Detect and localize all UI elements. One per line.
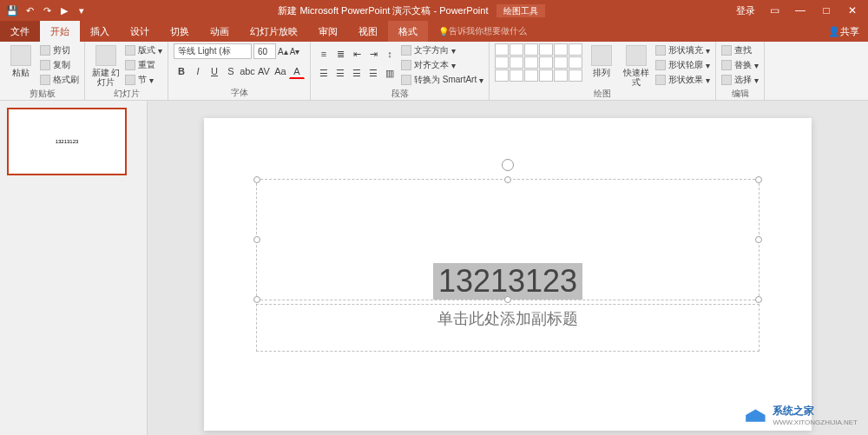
- ribbon-options-icon[interactable]: ▭: [762, 2, 786, 19]
- resize-handle[interactable]: [253, 296, 260, 303]
- workspace: 1 13213123 13213123 单击此处添加副标题: [0, 101, 868, 435]
- rotate-handle-icon[interactable]: [502, 159, 514, 171]
- cut-button[interactable]: 剪切: [40, 43, 79, 57]
- font-size-combo[interactable]: 60: [253, 43, 276, 59]
- decrease-indent-button[interactable]: ⇤: [349, 46, 365, 62]
- shape-effects-button[interactable]: 形状效果▾: [655, 73, 710, 87]
- tab-transitions[interactable]: 切换: [160, 21, 200, 42]
- close-icon[interactable]: ✕: [840, 2, 865, 19]
- tab-insert[interactable]: 插入: [80, 21, 120, 42]
- align-right-button[interactable]: ☰: [349, 65, 365, 81]
- reset-icon: [125, 60, 135, 70]
- align-left-button[interactable]: ☰: [316, 65, 332, 81]
- tab-slideshow[interactable]: 幻灯片放映: [240, 21, 308, 42]
- resize-handle[interactable]: [755, 236, 762, 243]
- shape-fill-icon: [655, 45, 666, 56]
- redo-icon[interactable]: ↷: [40, 3, 54, 17]
- align-center-button[interactable]: ☰: [332, 65, 348, 81]
- group-slides: 新建 幻灯片 版式▾ 重置 节▾ 幻灯片: [85, 42, 168, 100]
- increase-font-icon[interactable]: A▴: [278, 47, 288, 56]
- paste-button[interactable]: 粘贴: [5, 43, 36, 77]
- smartart-button[interactable]: 转换为 SmartArt▾: [401, 73, 483, 87]
- smartart-icon: [401, 75, 411, 85]
- subtitle-placeholder[interactable]: 单击此处添加副标题: [437, 305, 578, 329]
- maximize-icon[interactable]: □: [814, 2, 838, 19]
- slide-canvas[interactable]: 13213123 单击此处添加副标题: [204, 118, 812, 431]
- numbering-button[interactable]: ≣: [332, 46, 348, 62]
- start-from-beginning-icon[interactable]: ▶: [57, 3, 71, 17]
- change-case-button[interactable]: Aa: [273, 63, 288, 79]
- quick-styles-button[interactable]: 快速样式: [621, 43, 652, 87]
- increase-indent-button[interactable]: ⇥: [365, 46, 381, 62]
- share-button[interactable]: 👤 共享: [819, 21, 868, 42]
- replace-button[interactable]: 替换▾: [721, 58, 759, 72]
- tab-home[interactable]: 开始: [40, 21, 80, 42]
- underline-button[interactable]: U: [207, 63, 222, 79]
- subtitle-textbox[interactable]: 单击此处添加副标题: [256, 304, 760, 352]
- slide-thumbnail-1[interactable]: 13213123: [7, 108, 127, 175]
- shadow-button[interactable]: abc: [240, 63, 255, 79]
- resize-handle[interactable]: [253, 236, 260, 243]
- shapes-gallery[interactable]: [495, 43, 582, 82]
- ribbon-tabs: 文件 开始 插入 设计 切换 动画 幻灯片放映 审阅 视图 格式 💡 告诉我你想…: [0, 21, 868, 42]
- shape-outline-button[interactable]: 形状轮廓▾: [655, 58, 710, 72]
- tell-me-search[interactable]: 💡 告诉我你想要做什么: [428, 21, 527, 42]
- align-text-button[interactable]: 对齐文本▾: [401, 58, 483, 72]
- format-painter-button[interactable]: 格式刷: [40, 73, 79, 87]
- resize-handle[interactable]: [504, 176, 511, 183]
- line-spacing-button[interactable]: ↕: [382, 46, 398, 62]
- group-font: 等线 Light (标 60 A▴ A▾ B I U S abc AV Aa A…: [168, 42, 311, 100]
- resize-handle[interactable]: [755, 296, 762, 303]
- group-paragraph: ≡ ≣ ⇤ ⇥ ↕ ☰ ☰ ☰ ☰ ▥ 文字方向▾ 对齐文本▾ 转换为 Smar…: [311, 42, 490, 100]
- minimize-icon[interactable]: —: [788, 2, 812, 19]
- find-button[interactable]: 查找: [721, 43, 759, 57]
- shape-outline-icon: [655, 60, 666, 70]
- reset-button[interactable]: 重置: [125, 58, 162, 72]
- columns-button[interactable]: ▥: [382, 65, 398, 81]
- group-label-slides: 幻灯片: [90, 87, 162, 100]
- group-drawing: 排列 快速样式 形状填充▾ 形状轮廓▾ 形状效果▾ 绘图: [490, 42, 716, 100]
- tab-animations[interactable]: 动画: [200, 21, 240, 42]
- decrease-font-icon[interactable]: A▾: [290, 47, 300, 56]
- italic-button[interactable]: I: [190, 63, 206, 79]
- strikethrough-button[interactable]: S: [223, 63, 239, 79]
- font-family-combo[interactable]: 等线 Light (标: [174, 43, 252, 59]
- tab-review[interactable]: 审阅: [308, 21, 348, 42]
- qat-dropdown-icon[interactable]: ▾: [75, 3, 89, 17]
- align-text-icon: [401, 60, 411, 70]
- select-button[interactable]: 选择▾: [721, 73, 759, 87]
- undo-icon[interactable]: ↶: [23, 3, 36, 17]
- char-spacing-button[interactable]: AV: [256, 63, 272, 79]
- copy-icon: [40, 60, 50, 70]
- group-label-clipboard: 剪贴板: [5, 87, 79, 100]
- font-color-button[interactable]: A: [289, 63, 305, 79]
- tab-file[interactable]: 文件: [0, 21, 40, 42]
- copy-button[interactable]: 复制: [40, 58, 79, 72]
- justify-button[interactable]: ☰: [365, 65, 381, 81]
- group-clipboard: 粘贴 剪切 复制 格式刷 剪贴板: [0, 42, 85, 100]
- arrange-button[interactable]: 排列: [586, 43, 617, 77]
- title-textbox[interactable]: 13213123: [256, 179, 760, 300]
- section-icon: [125, 75, 135, 85]
- bold-button[interactable]: B: [174, 63, 189, 79]
- replace-icon: [721, 60, 732, 70]
- tab-format[interactable]: 格式: [388, 21, 428, 42]
- titlebar: 💾 ↶ ↷ ▶ ▾ 新建 Microsoft PowerPoint 演示文稿 -…: [0, 0, 868, 21]
- slide-thumbnail-panel: 1 13213123: [0, 101, 148, 435]
- new-slide-icon: [95, 45, 116, 66]
- tab-view[interactable]: 视图: [348, 21, 388, 42]
- section-button[interactable]: 节▾: [125, 73, 162, 87]
- resize-handle[interactable]: [504, 296, 511, 303]
- resize-handle[interactable]: [253, 176, 260, 183]
- title-text[interactable]: 13213123: [433, 263, 582, 300]
- text-direction-button[interactable]: 文字方向▾: [401, 43, 483, 57]
- tab-design[interactable]: 设计: [120, 21, 160, 42]
- resize-handle[interactable]: [755, 176, 762, 183]
- slide-editor-area[interactable]: 13213123 单击此处添加副标题: [148, 101, 868, 435]
- login-link[interactable]: 登录: [729, 4, 762, 17]
- shape-fill-button[interactable]: 形状填充▾: [655, 43, 710, 57]
- save-icon[interactable]: 💾: [5, 3, 19, 17]
- layout-button[interactable]: 版式▾: [125, 43, 162, 57]
- new-slide-button[interactable]: 新建 幻灯片: [90, 43, 122, 87]
- bullets-button[interactable]: ≡: [316, 46, 332, 62]
